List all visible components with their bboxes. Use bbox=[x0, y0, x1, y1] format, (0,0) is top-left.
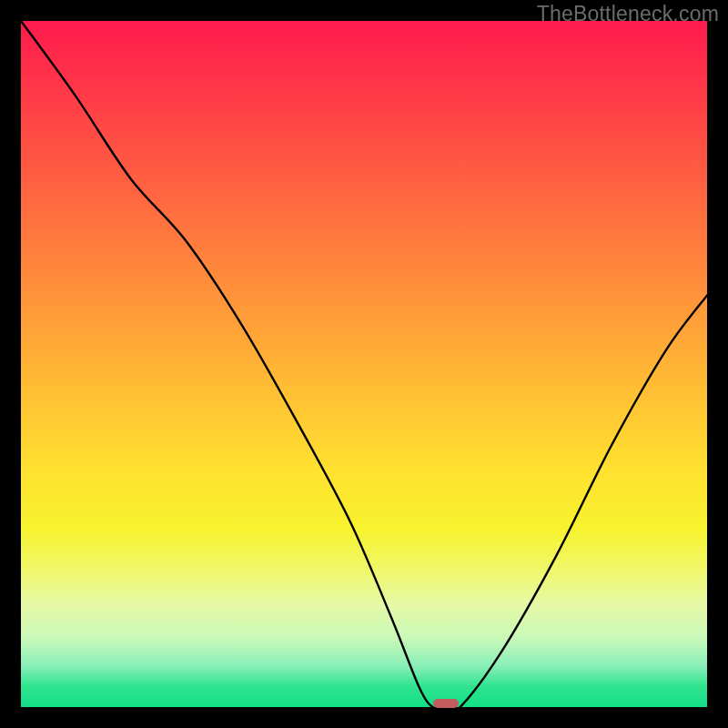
watermark-text: TheBottleneck.com bbox=[537, 2, 719, 26]
gradient-plot-area bbox=[21, 21, 707, 707]
bottleneck-curve bbox=[21, 21, 707, 707]
chart-frame: TheBottleneck.com bbox=[0, 0, 728, 728]
optimal-point-marker bbox=[433, 699, 459, 708]
